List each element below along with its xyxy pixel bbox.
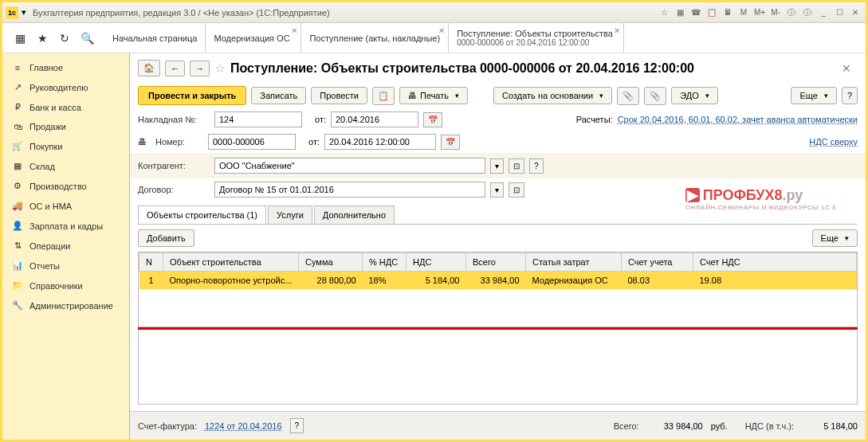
sidebar-item-directories[interactable]: 📁Справочники — [2, 276, 129, 295]
minimize-icon[interactable]: _ — [816, 6, 831, 19]
toolbar-icon[interactable]: ▦ — [673, 6, 687, 19]
invoice-no-input[interactable] — [214, 111, 302, 127]
toolbar-m[interactable]: M — [736, 6, 751, 19]
forward-button[interactable]: → — [190, 61, 210, 76]
calendar-icon[interactable]: 📅 — [423, 112, 442, 127]
invoice-sf-link[interactable]: 1224 от 20.04.2016 — [205, 421, 282, 431]
col-n[interactable]: N — [139, 253, 163, 272]
number-input[interactable] — [208, 134, 296, 150]
apps-icon[interactable]: ▦ — [12, 30, 28, 46]
sidebar-item-admin[interactable]: 🔧Администрирование — [2, 295, 129, 315]
printer-icon[interactable]: 🖶 — [138, 137, 151, 147]
write-button[interactable]: Записать — [251, 87, 306, 104]
tab-close-icon[interactable]: ✕ — [291, 26, 297, 35]
dropdown-icon[interactable]: ▾ — [22, 7, 26, 18]
close-icon[interactable]: ✕ — [848, 6, 862, 19]
toolbar-mminus[interactable]: M- — [768, 6, 783, 19]
cell-n[interactable]: 1 — [139, 272, 163, 290]
sidebar-item-manager[interactable]: ↗Руководителю — [2, 77, 129, 97]
items-grid[interactable]: N Объект строительства Сумма % НДС НДС В… — [138, 252, 858, 327]
dropdown-icon[interactable]: ▾ — [490, 158, 504, 174]
contract-input[interactable] — [214, 182, 485, 198]
favorite-icon[interactable]: ☆ — [214, 61, 226, 76]
create-based-button[interactable]: Создать на основании — [493, 87, 612, 104]
tab-close-icon[interactable]: ✕ — [438, 26, 445, 35]
toolbar-icon[interactable]: 🖩 — [721, 6, 735, 19]
sidebar-item-main[interactable]: ≡Главное — [2, 58, 129, 77]
sidebar-item-production[interactable]: ⚙Производство — [2, 176, 129, 196]
contract-label: Договор: — [138, 185, 210, 194]
help-icon[interactable]: ? — [529, 158, 544, 174]
col-vat-pct[interactable]: % НДС — [363, 253, 407, 272]
help-icon[interactable]: ? — [290, 418, 304, 433]
total-value: 33 984,00 — [647, 421, 703, 431]
col-vat-acct[interactable]: Счет НДС — [693, 253, 857, 272]
dropdown-icon[interactable]: ▾ — [490, 182, 504, 198]
table-row[interactable]: 1 Опорно-поворотное устройс... 28 800,00… — [139, 272, 857, 290]
tab-home[interactable]: Начальная страница — [104, 23, 206, 53]
cell-vat-pct[interactable]: 18% — [363, 272, 407, 290]
col-vat[interactable]: НДС — [407, 253, 466, 272]
add-row-button[interactable]: Добавить — [138, 229, 194, 247]
tab-modernization[interactable]: Модернизация ОС✕ — [206, 23, 301, 53]
calendar-icon[interactable]: 📅 — [441, 135, 460, 150]
cell-vat[interactable]: 5 184,00 — [407, 272, 466, 290]
info-icon[interactable]: ⓘ — [784, 6, 799, 19]
toolbar-mplus[interactable]: M+ — [752, 6, 767, 19]
col-total[interactable]: Всего — [466, 253, 526, 272]
col-cost-item[interactable]: Статья затрат — [526, 253, 622, 272]
subtab-additional[interactable]: Дополнительно — [314, 205, 395, 224]
home-button[interactable]: 🏠 — [138, 60, 160, 76]
back-button[interactable]: ← — [165, 61, 185, 76]
subtab-services[interactable]: Услуги — [268, 205, 312, 224]
history-icon[interactable]: ↻ — [57, 30, 73, 46]
calculations-link[interactable]: Срок 20.04.2016, 60.01, 60.02, зачет ава… — [618, 115, 858, 124]
sidebar-item-purchases[interactable]: 🛒Покупки — [2, 136, 129, 156]
col-acct[interactable]: Счет учета — [622, 253, 693, 272]
vat-mode-link[interactable]: НДС сверху — [809, 137, 858, 147]
datetime-input[interactable] — [324, 134, 436, 150]
cell-acct[interactable]: 08.03 — [622, 272, 693, 290]
sidebar-item-sales[interactable]: 🛍Продажи — [2, 117, 129, 136]
movements-button[interactable]: 📋 — [372, 87, 395, 105]
cell-object[interactable]: Опорно-поворотное устройс... — [163, 272, 299, 290]
post-button[interactable]: Провести — [311, 87, 367, 104]
attach-button[interactable]: 📎 — [617, 87, 639, 105]
cell-cost-item[interactable]: Модернизация ОС — [526, 272, 622, 290]
post-and-close-button[interactable]: Провести и закрыть — [138, 86, 246, 105]
close-document-icon[interactable]: ✕ — [835, 62, 858, 75]
open-icon[interactable]: ⊡ — [509, 158, 524, 174]
toolbar-icon[interactable]: 📋 — [705, 6, 719, 19]
subtab-objects[interactable]: Объекты строительства (1) — [138, 205, 266, 224]
sidebar-item-warehouse[interactable]: ▦Склад — [2, 156, 129, 176]
table-more-button[interactable]: Еще — [812, 229, 858, 247]
col-sum[interactable]: Сумма — [299, 253, 363, 272]
maximize-icon[interactable]: ☐ — [832, 6, 846, 19]
tab-close-icon[interactable]: ✕ — [614, 26, 620, 35]
sidebar-item-hr[interactable]: 👤Зарплата и кадры — [2, 216, 129, 236]
sidebar-item-operations[interactable]: ⇅Операции — [2, 236, 129, 256]
toolbar-icon[interactable]: ☎ — [689, 6, 703, 19]
open-icon[interactable]: ⊡ — [509, 182, 524, 198]
tab-receipts[interactable]: Поступление (акты, накладные)✕ — [301, 23, 449, 53]
col-object[interactable]: Объект строительства — [163, 253, 299, 272]
sidebar-item-reports[interactable]: 📊Отчеты — [2, 256, 129, 276]
counterparty-input[interactable] — [214, 158, 485, 174]
invoice-date-input[interactable] — [331, 111, 418, 127]
star-icon[interactable]: ★ — [34, 30, 50, 46]
cell-sum[interactable]: 28 800,00 — [299, 272, 363, 290]
info-icon[interactable]: ⓘ — [800, 6, 815, 19]
tab-current-doc[interactable]: Поступление: Объекты строительства0000-0… — [449, 23, 624, 53]
search-icon[interactable]: 🔍 — [79, 30, 95, 46]
toolbar-icon[interactable]: ☆ — [657, 6, 671, 19]
help-button[interactable]: ? — [842, 87, 858, 104]
folder-icon: 📁 — [12, 280, 23, 291]
sidebar-item-assets[interactable]: 🚚ОС и НМА — [2, 196, 129, 216]
cell-vat-acct[interactable]: 19.08 — [693, 272, 857, 290]
sidebar-item-bank[interactable]: ₽Банк и касса — [2, 97, 129, 117]
edo-button[interactable]: ЭДО — [671, 87, 718, 104]
clip-button[interactable]: 📎 — [644, 87, 666, 105]
cell-total[interactable]: 33 984,00 — [466, 272, 526, 290]
more-button[interactable]: Еще — [791, 87, 836, 104]
print-button[interactable]: 🖶 Печать — [399, 87, 468, 104]
